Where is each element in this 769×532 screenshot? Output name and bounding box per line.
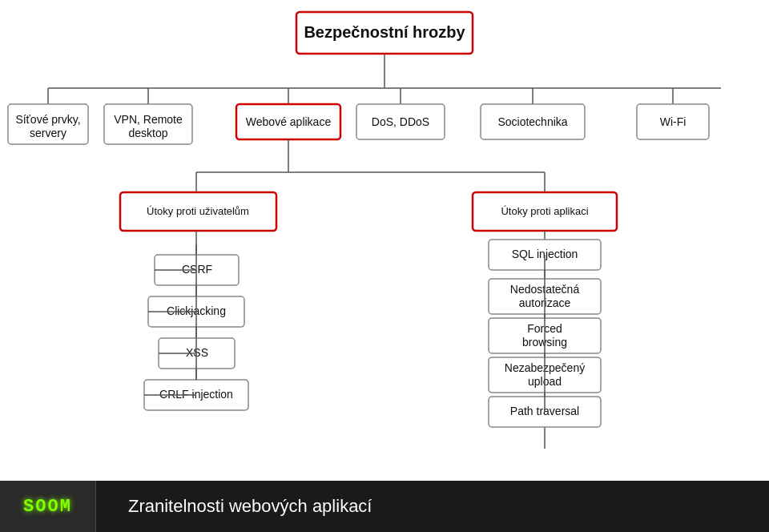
footer-logo: SOOM — [0, 481, 96, 532]
root-node-label: Bezpečnostní hrozby — [304, 23, 465, 41]
logo-text: SOOM — [23, 497, 72, 517]
top2-label: VPN, Remote — [114, 113, 183, 126]
diagram-container: Bezpečnostní hrozby Síťové prvky, server… — [0, 0, 769, 481]
top1-label: Síťové prvky, — [15, 113, 80, 126]
crlf-label: CRLF injection — [159, 388, 233, 401]
top3-label: Webové aplikace — [246, 115, 332, 128]
footer: SOOM Zranitelnosti webových aplikací — [0, 481, 769, 532]
mid-right-label: Útoky proti aplikaci — [501, 205, 588, 217]
top1-label2: servery — [30, 127, 66, 139]
top2-label2: desktop — [128, 127, 167, 139]
diagram-svg: Bezpečnostní hrozby Síťové prvky, server… — [0, 0, 769, 481]
xss-label: XSS — [186, 346, 208, 359]
top5-label: Sociotechnika — [497, 115, 567, 128]
top6-label: Wi-Fi — [660, 115, 686, 128]
top4-label: DoS, DDoS — [372, 115, 429, 128]
csrf-label: CSRF — [182, 263, 212, 276]
mid-left-label: Útoky proti uživatelům — [147, 205, 249, 217]
footer-title: Zranitelnosti webových aplikací — [128, 496, 372, 517]
